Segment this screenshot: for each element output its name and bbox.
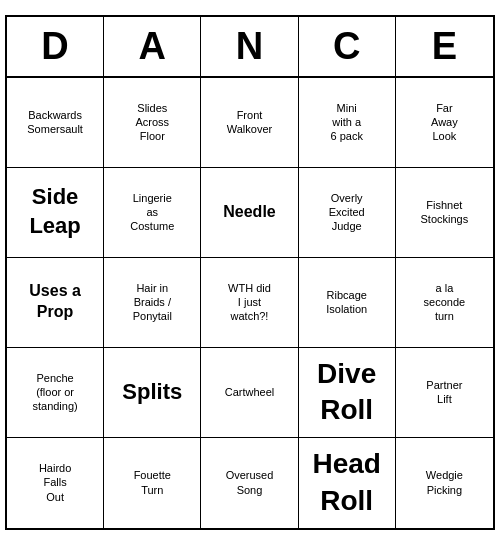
bingo-grid: Backwards SomersaultSlides Across FloorF…	[7, 78, 493, 528]
bingo-cell: a la seconde turn	[396, 258, 493, 348]
bingo-cell: Hairdo Falls Out	[7, 438, 104, 528]
bingo-cell: Penche (floor or standing)	[7, 348, 104, 438]
bingo-cell: Hair in Braids / Ponytail	[104, 258, 201, 348]
bingo-cell: Cartwheel	[201, 348, 298, 438]
bingo-cell: Partner Lift	[396, 348, 493, 438]
bingo-cell: Side Leap	[7, 168, 104, 258]
header-letter: A	[104, 17, 201, 76]
bingo-cell: Head Roll	[299, 438, 396, 528]
bingo-cell: Fouette Turn	[104, 438, 201, 528]
bingo-cell: Wedgie Picking	[396, 438, 493, 528]
bingo-cell: Uses a Prop	[7, 258, 104, 348]
header-letter: C	[299, 17, 396, 76]
bingo-cell: Mini with a 6 pack	[299, 78, 396, 168]
bingo-cell: Splits	[104, 348, 201, 438]
bingo-cell: WTH did I just watch?!	[201, 258, 298, 348]
bingo-cell: Slides Across Floor	[104, 78, 201, 168]
bingo-cell: Needle	[201, 168, 298, 258]
bingo-cell: Backwards Somersault	[7, 78, 104, 168]
bingo-cell: Ribcage Isolation	[299, 258, 396, 348]
bingo-cell: Fishnet Stockings	[396, 168, 493, 258]
bingo-cell: Front Walkover	[201, 78, 298, 168]
bingo-header: DANCE	[7, 17, 493, 78]
header-letter: E	[396, 17, 493, 76]
bingo-cell: Overused Song	[201, 438, 298, 528]
header-letter: N	[201, 17, 298, 76]
bingo-cell: Dive Roll	[299, 348, 396, 438]
bingo-cell: Lingerie as Costume	[104, 168, 201, 258]
bingo-cell: Far Away Look	[396, 78, 493, 168]
header-letter: D	[7, 17, 104, 76]
bingo-cell: Overly Excited Judge	[299, 168, 396, 258]
bingo-card: DANCE Backwards SomersaultSlides Across …	[5, 15, 495, 530]
